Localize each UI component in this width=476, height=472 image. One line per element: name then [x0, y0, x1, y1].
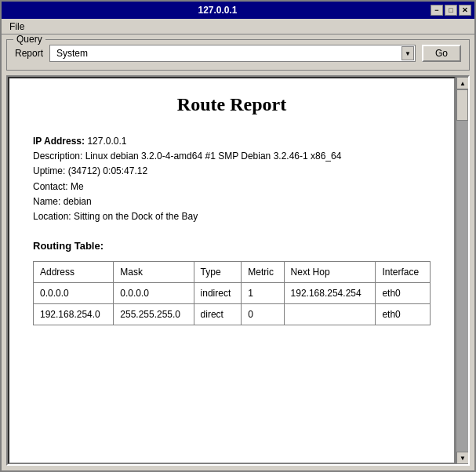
query-group: Query Report System ▼ Go — [6, 39, 470, 71]
row2-metric: 0 — [242, 304, 284, 325]
minimize-button[interactable]: − — [431, 5, 443, 16]
scroll-track[interactable] — [456, 89, 468, 452]
report-select[interactable]: System — [49, 45, 416, 62]
query-legend: Query — [13, 34, 45, 45]
col-header-type: Type — [194, 262, 242, 283]
uptime-line: Uptime: (34712) 0:05:47.12 — [33, 164, 431, 179]
main-window: 127.0.0.1 − □ ✕ File Query Report System… — [0, 0, 476, 472]
window-title: 127.0.0.1 — [5, 5, 431, 16]
table-row: 0.0.0.0 0.0.0.0 indirect 1 192.168.254.2… — [34, 283, 431, 304]
ip-label: IP Address: — [33, 136, 85, 147]
row1-metric: 1 — [242, 283, 284, 304]
table-row: 192.168.254.0 255.255.255.0 direct 0 eth… — [34, 304, 431, 325]
routing-table: Address Mask Type Metric Next Hop Interf… — [33, 261, 431, 325]
file-menu[interactable]: File — [5, 20, 29, 34]
routing-table-title: Routing Table: — [33, 240, 431, 252]
table-header-row: Address Mask Type Metric Next Hop Interf… — [34, 262, 431, 283]
col-header-nexthop: Next Hop — [284, 262, 376, 283]
name-line: Name: debian — [33, 194, 431, 209]
row2-interface: eth0 — [376, 304, 431, 325]
row1-type: indirect — [194, 283, 242, 304]
description-line: Description: Linux debian 3.2.0-4-amd64 … — [33, 149, 431, 164]
close-button[interactable]: ✕ — [459, 5, 471, 16]
report-title: Route Report — [33, 94, 431, 115]
row1-mask: 0.0.0.0 — [114, 283, 194, 304]
menu-bar: File — [2, 19, 474, 34]
col-header-address: Address — [34, 262, 114, 283]
row2-nexthop — [284, 304, 376, 325]
col-header-interface: Interface — [376, 262, 431, 283]
scroll-down-button[interactable]: ▼ — [456, 452, 469, 464]
location-line: Location: Sitting on the Dock of the Bay — [33, 209, 431, 224]
info-section: IP Address: 127.0.0.1 Description: Linux… — [33, 134, 431, 224]
row1-interface: eth0 — [376, 283, 431, 304]
report-panel: Route Report IP Address: 127.0.0.1 Descr… — [8, 77, 456, 464]
vertical-scrollbar: ▲ ▼ — [456, 77, 468, 464]
report-select-wrapper: System ▼ — [49, 45, 416, 62]
query-row: Report System ▼ Go — [15, 45, 461, 62]
row2-type: direct — [194, 304, 242, 325]
row2-mask: 255.255.255.0 — [114, 304, 194, 325]
window-controls: − □ ✕ — [431, 5, 471, 16]
row2-address: 192.168.254.0 — [34, 304, 114, 325]
report-label: Report — [15, 48, 43, 59]
row1-address: 0.0.0.0 — [34, 283, 114, 304]
contact-line: Contact: Me — [33, 180, 431, 194]
ip-address-line: IP Address: 127.0.0.1 — [33, 134, 431, 149]
maximize-button[interactable]: □ — [445, 5, 457, 16]
col-header-mask: Mask — [114, 262, 194, 283]
content-area: Query Report System ▼ Go Route Report IP… — [2, 34, 474, 470]
title-bar: 127.0.0.1 − □ ✕ — [2, 2, 474, 19]
go-button[interactable]: Go — [422, 45, 461, 62]
col-header-metric: Metric — [242, 262, 284, 283]
scroll-up-button[interactable]: ▲ — [456, 77, 469, 89]
ip-value: 127.0.0.1 — [87, 136, 126, 147]
report-container: Route Report IP Address: 127.0.0.1 Descr… — [6, 75, 470, 466]
scroll-thumb[interactable] — [456, 89, 468, 121]
row1-nexthop: 192.168.254.254 — [284, 283, 376, 304]
